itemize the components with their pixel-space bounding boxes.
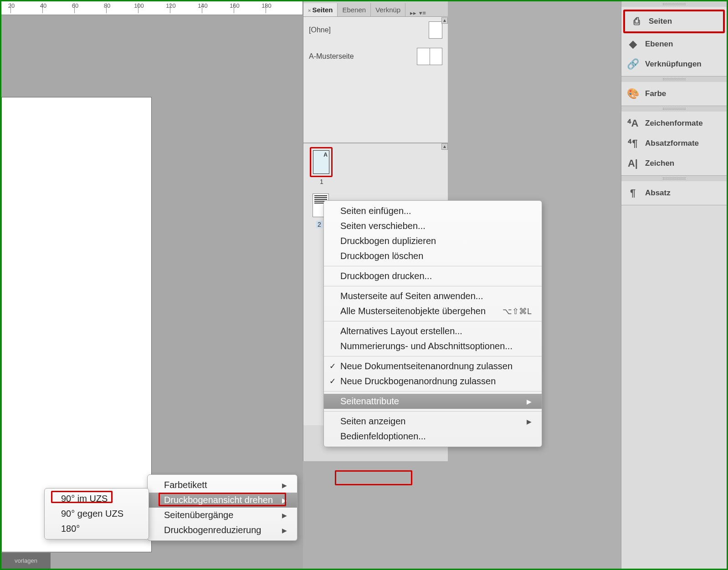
menu-item-alt-layout[interactable]: Alternatives Layout erstellen... bbox=[324, 324, 542, 339]
page-number-1: 1 bbox=[320, 178, 323, 185]
dock-item-zeichen[interactable]: A| Zeichen bbox=[621, 153, 727, 173]
menu-item-doku-anordnung[interactable]: ✓Neue Dokumentseitenanordnung zulassen bbox=[324, 359, 542, 374]
dock-seiten-label: Seiten bbox=[649, 17, 672, 26]
ruler-tick-60: 60 bbox=[70, 2, 81, 9]
menu-item-bedienfeldoptionen[interactable]: Bedienfeldoptionen... bbox=[324, 429, 542, 444]
highlight-seitenattribute bbox=[335, 470, 412, 485]
rotate-item-90cw[interactable]: 90° im UZS bbox=[45, 491, 149, 506]
menu-item-seiten-anzeigen[interactable]: Seiten anzeigen ▶ bbox=[324, 414, 542, 429]
submenu-arrow-icon: ▶ bbox=[527, 398, 532, 405]
submenu-item-druckbogenreduzierung[interactable]: Druckbogenreduzierung ▶ bbox=[148, 523, 297, 538]
dock-item-verknuepfungen[interactable]: 🔗 Verknüpfungen bbox=[621, 54, 727, 74]
char-styles-icon: ⁴A bbox=[627, 117, 639, 129]
dock-item-farbe[interactable]: 🎨 Farbe bbox=[621, 84, 727, 104]
master-page-none[interactable]: [Ohne] bbox=[303, 17, 448, 43]
dock-absatzformate-label: Absatzformate bbox=[645, 139, 699, 148]
menu-item-druckbogen-loeschen[interactable]: Druckbogen löschen bbox=[324, 249, 542, 264]
ruler-tick-140: 140 bbox=[197, 2, 208, 9]
dock-grip[interactable] bbox=[621, 1, 727, 7]
master-scroll-up-icon[interactable]: ▲ bbox=[441, 17, 448, 24]
master-page-a[interactable]: A-Musterseite bbox=[303, 43, 448, 70]
dock-farbe-label: Farbe bbox=[645, 89, 666, 98]
flyout-menu-icon[interactable]: ▾≡ bbox=[419, 10, 426, 16]
menu-item-seiten-verschieben[interactable]: Seiten verschieben... bbox=[324, 219, 542, 234]
master-a-thumb bbox=[417, 48, 442, 65]
document-page[interactable] bbox=[1, 97, 152, 552]
dock-ebenen-label: Ebenen bbox=[645, 40, 673, 49]
links-icon: 🔗 bbox=[627, 58, 639, 70]
master-a-label: A-Musterseite bbox=[309, 52, 354, 61]
tab-ebenen[interactable]: Ebenen bbox=[338, 3, 371, 16]
ruler-tick-20: 20 bbox=[6, 2, 17, 9]
dock-item-ebenen[interactable]: ◆ Ebenen bbox=[621, 34, 727, 54]
page-number-2: 2 bbox=[316, 221, 323, 228]
para-styles-icon: ⁴¶ bbox=[627, 137, 639, 149]
dock-zeichen-label: Zeichen bbox=[645, 159, 674, 168]
dock-zeichenformate-label: Zeichenformate bbox=[645, 119, 703, 128]
menu-item-druckbogen-duplizieren[interactable]: Druckbogen duplizieren bbox=[324, 234, 542, 249]
submenu-item-druckbogenansicht-drehen[interactable]: Druckbogenansicht drehen ▶ bbox=[148, 493, 297, 508]
rotate-item-90ccw[interactable]: 90° gegen UZS bbox=[45, 506, 149, 521]
submenu-arrow-icon: ▶ bbox=[282, 512, 287, 519]
page-thumb-1-container: A bbox=[310, 147, 333, 177]
ruler-tick-120: 120 bbox=[165, 2, 176, 9]
pages-icon: ⎙ bbox=[631, 15, 642, 27]
collapse-icon[interactable]: ▸▸ bbox=[410, 10, 416, 16]
ruler-tick-80: 80 bbox=[102, 2, 113, 9]
master-letter: A bbox=[323, 152, 328, 158]
menu-item-musterseite-anwenden[interactable]: Musterseite auf Seiten anwenden... bbox=[324, 289, 542, 304]
master-none-label: [Ohne] bbox=[309, 26, 331, 34]
submenu-item-seitenuebergaenge[interactable]: Seitenübergänge ▶ bbox=[148, 508, 297, 523]
menu-item-druckbogen-anordnung[interactable]: ✓Neue Druckbogenanordnung zulassen bbox=[324, 374, 542, 389]
submenu-arrow-icon: ▶ bbox=[282, 527, 287, 534]
rotate-item-180[interactable]: 180° bbox=[45, 521, 149, 536]
submenu-arrow-icon: ▶ bbox=[282, 497, 287, 504]
tab-seiten[interactable]: Seiten bbox=[303, 3, 338, 16]
panel-tab-bar: Seiten Ebenen Verknüp ▸▸ ▾≡ bbox=[303, 1, 448, 17]
right-dock: ⎙ Seiten ◆ Ebenen 🔗 Verknüpfungen 🎨 Farb… bbox=[621, 1, 727, 569]
ruler-tick-180: 180 bbox=[261, 2, 272, 9]
seiten-highlight-box: ⎙ Seiten bbox=[623, 10, 725, 33]
tab-verknuepfungen[interactable]: Verknüp bbox=[371, 3, 405, 16]
ruler-tick-100: 100 bbox=[133, 2, 144, 9]
dock-item-zeichenformate[interactable]: ⁴A Zeichenformate bbox=[621, 113, 727, 133]
menu-item-seiten-einfuegen[interactable]: Seiten einfügen... bbox=[324, 204, 542, 219]
submenu-drehen: 90° im UZS 90° gegen UZS 180° bbox=[44, 488, 149, 539]
dock-absatz-label: Absatz bbox=[645, 188, 671, 198]
submenu-arrow-icon: ▶ bbox=[282, 482, 287, 489]
layers-icon: ◆ bbox=[627, 38, 639, 50]
shortcut-label: ⌥⇧⌘L bbox=[502, 306, 532, 316]
submenu-seitenattribute: Farbetikett ▶ Druckbogenansicht drehen ▶… bbox=[147, 474, 297, 541]
submenu-arrow-icon: ▶ bbox=[527, 418, 532, 425]
context-menu-main: Seiten einfügen... Seiten verschieben...… bbox=[323, 200, 542, 447]
pages-scroll-up-icon[interactable]: ▲ bbox=[441, 143, 448, 150]
menu-item-nummerierung[interactable]: Nummerierungs- und Abschnittsoptionen... bbox=[324, 339, 542, 354]
menu-item-seitenattribute[interactable]: Seitenattribute ▶ bbox=[324, 394, 542, 409]
menu-item-musterseiten-uebergehen[interactable]: Alle Musterseitenobjekte übergehen ⌥⇧⌘L bbox=[324, 304, 542, 319]
char-icon: A| bbox=[627, 158, 639, 169]
master-none-thumb bbox=[429, 21, 442, 39]
dock-item-absatzformate[interactable]: ⁴¶ Absatzformate bbox=[621, 133, 727, 153]
menu-item-druckbogen-drucken[interactable]: Druckbogen drucken... bbox=[324, 269, 542, 284]
color-icon: 🎨 bbox=[627, 88, 639, 100]
dock-item-seiten[interactable]: ⎙ Seiten bbox=[625, 11, 723, 31]
dock-item-absatz[interactable]: ¶ Absatz bbox=[621, 183, 727, 203]
submenu-item-farbetikett[interactable]: Farbetikett ▶ bbox=[148, 478, 297, 493]
paragraph-icon: ¶ bbox=[627, 187, 639, 199]
dock-verknuepfungen-label: Verknüpfungen bbox=[645, 60, 702, 69]
footer-strip: vorlagen bbox=[1, 553, 51, 569]
page-thumb-1[interactable]: A bbox=[313, 150, 329, 174]
master-pages-list: [Ohne] A-Musterseite ▲ bbox=[303, 17, 448, 143]
ruler-tick-40: 40 bbox=[38, 2, 49, 9]
horizontal-ruler: 20 40 60 80 100 120 140 160 180 bbox=[1, 1, 303, 15]
ruler-tick-160: 160 bbox=[229, 2, 240, 9]
